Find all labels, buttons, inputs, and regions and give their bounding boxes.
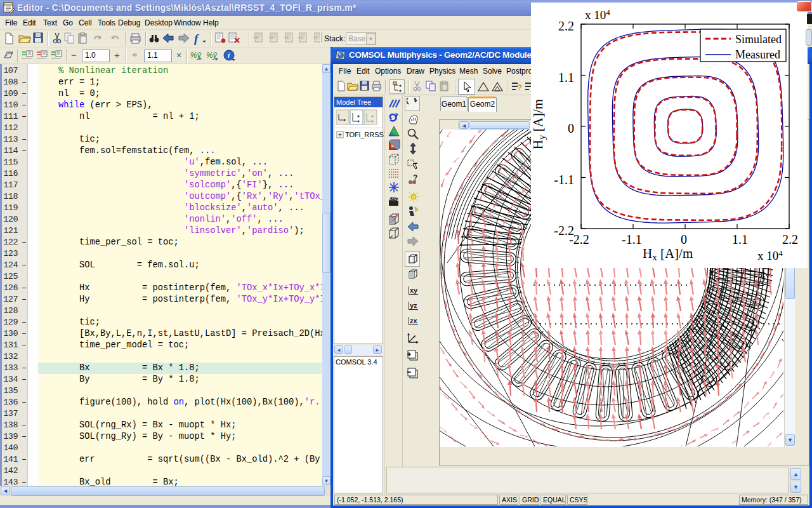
svg-text:+: + xyxy=(198,55,202,62)
svg-text:%ŷ: %ŷ xyxy=(206,51,218,60)
svg-text:?: ? xyxy=(517,83,522,92)
svg-text:?: ? xyxy=(413,174,417,182)
